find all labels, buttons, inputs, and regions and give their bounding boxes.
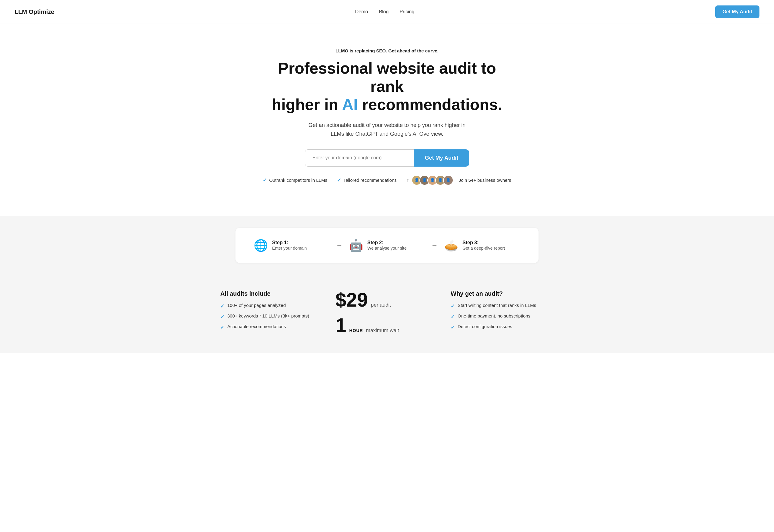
why-feature-1: ✓ Start writing content that ranks in LL… — [451, 303, 554, 309]
why-audit-col: Why get an audit? ✓ Start writing conten… — [451, 290, 554, 335]
domain-input[interactable] — [305, 149, 414, 167]
why-feature-2: ✓ One-time payment, no subscriptions — [451, 313, 554, 320]
hero-section: LLMO is replacing SEO. Get ahead of the … — [251, 24, 523, 204]
globe-icon: 🌐 — [254, 239, 268, 252]
check-icon-audit-2: ✓ — [220, 314, 224, 320]
audits-include-heading: All audits include — [220, 290, 323, 297]
step-2-text: Step 2: We analyse your site — [367, 240, 407, 251]
price-period: per audit — [371, 302, 391, 308]
nav-blog[interactable]: Blog — [379, 9, 389, 14]
check-icon-why-2: ✓ — [451, 314, 455, 320]
why-feature-list: ✓ Start writing content that ranks in LL… — [451, 303, 554, 330]
check-icon-1: ✓ — [263, 177, 267, 183]
robot-icon: 🤖 — [349, 239, 363, 252]
step-arrow-2: → — [431, 241, 438, 249]
nav-pricing[interactable]: Pricing — [399, 9, 414, 14]
check-icon-audit-3: ✓ — [220, 324, 224, 330]
why-feature-3: ✓ Detect configuration issues — [451, 324, 554, 330]
trust-badge-1: ✓ Outrank competitors in LLMs — [263, 177, 327, 183]
join-text: Join 54+ business owners — [459, 178, 511, 183]
nav-cta-button[interactable]: Get My Audit — [715, 5, 759, 18]
audit-feature-3: ✓ Actionable recommendations — [220, 324, 323, 330]
wait-block: 1 HOUR maximum wait — [335, 316, 439, 335]
wait-unit: HOUR — [349, 328, 363, 333]
navbar: LLM Optimize Demo Blog Pricing Get My Au… — [0, 0, 774, 24]
steps-inner: 🌐 Step 1: Enter your domain → 🤖 Step 2: … — [235, 228, 539, 263]
nav-demo[interactable]: Demo — [355, 9, 368, 14]
price-amount: $29 — [335, 290, 368, 310]
hero-cta-button[interactable]: Get My Audit — [414, 149, 469, 167]
hero-form: Get My Audit — [263, 149, 511, 167]
check-icon-why-1: ✓ — [451, 303, 455, 309]
bottom-grid: All audits include ✓ 100+ of your pages … — [220, 290, 554, 335]
pricing-col: $29 per audit 1 HOUR maximum wait — [335, 290, 439, 335]
wait-number: 1 — [335, 316, 346, 335]
step-1: 🌐 Step 1: Enter your domain — [254, 239, 330, 252]
check-icon-2: ✓ — [337, 177, 341, 183]
audits-feature-list: ✓ 100+ of your pages analyzed ✓ 300+ key… — [220, 303, 323, 330]
step-2: 🤖 Step 2: We analyse your site — [349, 239, 425, 252]
price-block: $29 per audit — [335, 290, 439, 310]
step-3-text: Step 3: Get a deep-dive report — [462, 240, 505, 251]
audit-feature-2: ✓ 300+ keywords * 10 LLMs (3k+ prompts) — [220, 313, 323, 320]
nav-links: Demo Blog Pricing — [355, 9, 415, 15]
why-audit-heading: Why get an audit? — [451, 290, 554, 297]
trust-badge-2: ✓ Tailored recommendations — [337, 177, 397, 183]
avatar-group: 👤 👤 👤 👤 👤 — [412, 175, 453, 185]
trust-row: ✓ Outrank competitors in LLMs ✓ Tailored… — [263, 175, 511, 185]
wait-desc: maximum wait — [366, 328, 399, 334]
step-1-text: Step 1: Enter your domain — [272, 240, 307, 251]
check-icon-why-3: ✓ — [451, 324, 455, 330]
hero-title: Professional website audit to rank highe… — [263, 59, 511, 114]
step-arrow-1: → — [336, 241, 343, 249]
avatar-5: 👤 — [443, 175, 453, 185]
check-icon-audit-1: ✓ — [220, 303, 224, 309]
social-proof: ↑ 👤 👤 👤 👤 👤 Join 54+ business owners — [406, 175, 511, 185]
site-logo: LLM Optimize — [15, 8, 54, 15]
hero-tagline: LLMO is replacing SEO. Get ahead of the … — [263, 48, 511, 53]
step-3: 🥧 Step 3: Get a deep-dive report — [444, 239, 520, 252]
audits-include-col: All audits include ✓ 100+ of your pages … — [220, 290, 323, 335]
bottom-section: All audits include ✓ 100+ of your pages … — [0, 275, 774, 353]
arrow-up-icon: ↑ — [406, 177, 409, 183]
chart-icon: 🥧 — [444, 239, 458, 252]
ai-highlight: AI — [342, 96, 358, 113]
hero-subtitle: Get an actionable audit of your website … — [263, 121, 511, 138]
steps-section: 🌐 Step 1: Enter your domain → 🤖 Step 2: … — [0, 216, 774, 275]
audit-feature-1: ✓ 100+ of your pages analyzed — [220, 303, 323, 309]
